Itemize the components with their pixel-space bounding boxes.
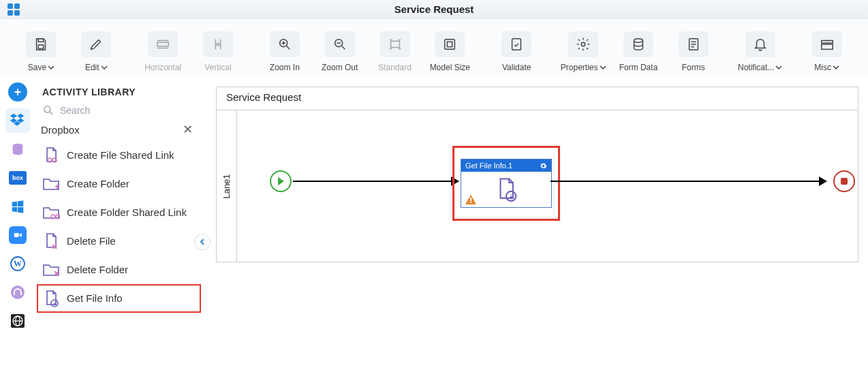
- file-link-icon: [42, 147, 60, 164]
- file-delete-icon: [42, 232, 60, 250]
- rail-wordpress[interactable]: W: [5, 251, 30, 276]
- canvas-title: Service Request: [217, 87, 858, 110]
- activity-node-get-file-info[interactable]: Get File Info.1: [461, 159, 552, 208]
- svg-rect-6: [157, 42, 169, 46]
- chevron-left-icon: [199, 238, 206, 245]
- flow-area[interactable]: Get File Info.1: [237, 110, 858, 262]
- activity-get-file-info[interactable]: Get File Info: [37, 284, 201, 313]
- activity-delete-folder[interactable]: Delete Folder: [37, 256, 201, 284]
- start-node[interactable]: [270, 170, 292, 192]
- save-button[interactable]: Save: [14, 31, 69, 72]
- svg-rect-4: [39, 38, 44, 42]
- svg-point-36: [11, 286, 25, 299]
- headset-icon: [10, 284, 26, 301]
- standard-button[interactable]: Standard: [367, 31, 422, 72]
- svg-rect-0: [7, 3, 13, 9]
- rail-database[interactable]: [5, 137, 30, 161]
- node-highlight: Get File Info.1: [452, 146, 560, 221]
- file-info-icon: [495, 176, 518, 202]
- database-icon: [10, 142, 25, 157]
- activity-create-file-shared-link[interactable]: Create File Shared Link: [37, 141, 201, 170]
- zoom-icon: [9, 226, 27, 244]
- search-input[interactable]: [60, 105, 196, 116]
- add-button[interactable]: +: [8, 82, 27, 102]
- edit-button[interactable]: Edit: [69, 31, 124, 72]
- svg-line-13: [287, 46, 290, 49]
- activity-create-folder[interactable]: Create Folder: [37, 170, 201, 198]
- chevron-down-icon: [600, 64, 606, 71]
- svg-rect-21: [448, 42, 452, 46]
- svg-point-23: [581, 42, 585, 46]
- search-icon: [42, 104, 55, 117]
- model-size-button[interactable]: Model Size: [422, 31, 478, 72]
- rail-windows[interactable]: [5, 194, 30, 219]
- folder-delete-icon: [42, 261, 60, 279]
- rail-zoom[interactable]: [5, 223, 30, 247]
- stop-icon: [841, 178, 848, 185]
- apps-icon[interactable]: [7, 3, 20, 16]
- box-icon: box: [9, 171, 27, 185]
- vertical-button[interactable]: Vertical: [191, 31, 246, 72]
- node-title: Get File Info.1: [465, 161, 512, 170]
- group-label: Dropbox: [41, 124, 80, 136]
- page-title: Service Request: [394, 3, 474, 15]
- svg-rect-22: [512, 38, 521, 50]
- svg-line-17: [341, 46, 345, 49]
- activity-delete-file[interactable]: Delete File: [37, 227, 201, 256]
- globe-icon: [10, 313, 26, 329]
- warning-icon: [465, 195, 476, 204]
- horizontal-button[interactable]: Horizontal: [136, 31, 191, 72]
- svg-rect-3: [14, 10, 20, 16]
- toolbar: Save Edit Horizontal Vertical Zoom In Zo…: [0, 19, 868, 77]
- rail-dropbox[interactable]: [5, 108, 30, 133]
- properties-button[interactable]: Properties: [556, 31, 611, 72]
- folder-plus-icon: [42, 175, 60, 193]
- library-header: ACTIVITY LIBRARY: [35, 77, 202, 104]
- svg-rect-61: [470, 198, 471, 201]
- windows-icon: [10, 199, 25, 214]
- library-search: [35, 104, 202, 122]
- arrow-icon: [819, 176, 827, 186]
- svg-point-24: [634, 38, 643, 42]
- forms-button[interactable]: Forms: [666, 31, 721, 72]
- svg-rect-33: [14, 233, 19, 237]
- svg-rect-1: [14, 3, 20, 9]
- collapse-panel-button[interactable]: [194, 234, 211, 250]
- chevron-down-icon: [101, 64, 108, 71]
- library-group-header: Dropbox ✕: [35, 122, 202, 138]
- folder-link-icon: [42, 204, 60, 221]
- end-node[interactable]: [833, 170, 855, 192]
- notifications-button[interactable]: Notificat...: [732, 31, 788, 72]
- close-icon[interactable]: ✕: [183, 122, 197, 137]
- dropbox-icon: [10, 112, 26, 129]
- activity-create-folder-shared-link[interactable]: Create Folder Shared Link: [37, 198, 201, 227]
- rail-globe[interactable]: [5, 309, 30, 333]
- wordpress-icon: W: [10, 256, 26, 272]
- misc-button[interactable]: Misc: [799, 31, 854, 72]
- zoom-out-button[interactable]: Zoom Out: [312, 31, 367, 72]
- chevron-down-icon: [833, 64, 839, 71]
- activity-library: ACTIVITY LIBRARY Dropbox ✕ Create File S…: [35, 77, 202, 385]
- svg-text:W: W: [14, 259, 22, 268]
- svg-rect-20: [445, 39, 455, 49]
- titlebar: Service Request: [0, 0, 868, 19]
- file-info-icon: [42, 290, 60, 307]
- form-data-button[interactable]: Form Data: [611, 31, 666, 72]
- rail-box[interactable]: box: [5, 166, 30, 190]
- icon-rail: + box W: [0, 77, 35, 385]
- svg-rect-19: [390, 41, 399, 47]
- play-icon: [277, 176, 285, 186]
- rail-headset[interactable]: [5, 280, 30, 305]
- flow-edge: [293, 181, 451, 182]
- validate-button[interactable]: Validate: [489, 31, 544, 72]
- chevron-down-icon: [48, 64, 55, 71]
- chevron-down-icon: [775, 64, 782, 71]
- process-canvas[interactable]: Service Request Lane1 Get File Info.1: [216, 87, 858, 262]
- svg-point-10: [217, 43, 219, 46]
- svg-rect-30: [821, 44, 833, 49]
- svg-rect-62: [470, 202, 471, 203]
- flow-edge: [551, 181, 819, 182]
- zoom-in-button[interactable]: Zoom In: [257, 31, 312, 72]
- lane-header[interactable]: Lane1: [217, 110, 237, 262]
- gear-icon[interactable]: [540, 162, 547, 170]
